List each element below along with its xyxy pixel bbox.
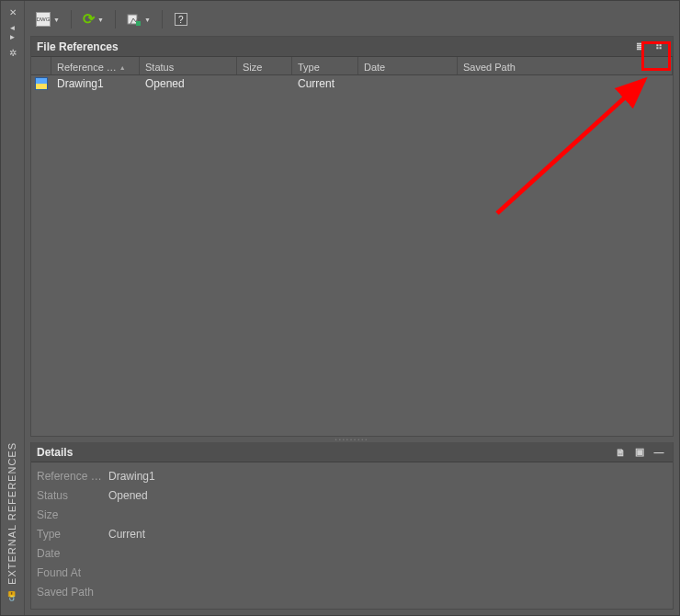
refresh-icon: ⟳ [83,12,95,27]
palette-content: DWG ▼ ⟳ ▼ ▼ ? [25,1,679,615]
dwg-file-icon: DWG [36,12,51,27]
palette-title-text: EXTERNAL REFERENCES [6,442,17,585]
column-date[interactable]: Date [358,57,458,74]
tree-view-button[interactable]: ⠶ [651,40,667,54]
arrow-right-icon: ► [9,34,17,41]
file-references-columns: Reference … ▲ Status Size Type Date Save… [31,57,673,75]
row-icon [31,77,51,90]
detail-row-status: Status Opened [37,485,667,505]
details-preview-button[interactable]: ▣ [631,445,648,460]
detail-label: Reference … [37,470,108,483]
details-header: Details 🗎 ▣ — [31,442,673,462]
chevron-down-icon: ▼ [97,17,104,23]
close-icon[interactable]: ✕ [6,6,19,19]
palette-title: 🔓 EXTERNAL REFERENCES [1,442,23,602]
svg-rect-1 [136,21,141,26]
row-status: Opened [140,77,237,90]
toolbar-separator [115,10,116,29]
toolbar-separator [162,10,163,29]
attach-dwg-button[interactable]: DWG ▼ [34,10,62,29]
detail-row-reference-name: Reference … Drawing1 [37,466,667,485]
dwg-icon [35,77,48,90]
file-references-body[interactable]: Drawing1 Opened Current [31,75,673,436]
palette-rail: ✕ ◄ ► ✲ 🔓 EXTERNAL REFERENCES [1,1,25,615]
detail-row-date: Date [37,543,667,563]
table-row[interactable]: Drawing1 Opened Current [31,75,673,92]
details-panel: Details 🗎 ▣ — Reference … Drawing1 Statu… [30,442,674,610]
change-path-button[interactable]: ▼ [125,10,153,29]
detail-label: Size [37,508,108,521]
list-view-button[interactable]: ≣ [631,40,648,54]
sort-asc-icon: ▲ [119,64,126,71]
help-button[interactable]: ? [172,10,190,29]
details-title: Details [37,446,73,459]
toolbar-separator [71,10,72,29]
column-status[interactable]: Status [140,57,237,74]
details-collapse-button[interactable]: — [651,445,667,460]
toolbar: DWG ▼ ⟳ ▼ ▼ ? [30,6,674,32]
arrow-left-icon: ◄ [9,25,17,32]
file-references-title: File References [37,40,119,53]
column-saved-path[interactable]: Saved Path [458,57,673,74]
palette-window: ✕ ◄ ► ✲ 🔓 EXTERNAL REFERENCES DWG ▼ ⟳ ▼ [0,0,680,616]
properties-icon[interactable]: ✲ [6,47,19,60]
refresh-button[interactable]: ⟳ ▼ [81,10,106,29]
detail-label: Date [37,547,108,560]
row-reference-name: Drawing1 [51,77,140,90]
help-icon: ? [175,13,187,26]
dock-toggle[interactable]: ◄ ► [9,25,17,41]
chevron-down-icon: ▼ [144,17,151,23]
detail-row-found-at: Found At [37,563,667,582]
detail-value: Opened [108,489,148,502]
detail-value: Current [108,528,145,541]
detail-row-size: Size [37,505,667,524]
column-type[interactable]: Type [292,57,358,74]
row-type: Current [292,77,358,90]
detail-value: Drawing1 [108,470,155,483]
unlock-icon: 🔓 [7,590,17,602]
file-references-panel: File References ≣ ⠶ Reference … ▲ Status… [30,36,674,437]
detail-label: Type [37,528,108,541]
column-reference-name-label: Reference … [57,62,117,73]
detail-row-saved-path: Saved Path [37,582,667,601]
details-doc-button[interactable]: 🗎 [612,445,629,460]
path-icon [127,12,142,27]
detail-label: Status [37,489,108,502]
file-references-header: File References ≣ ⠶ [31,37,673,57]
column-size[interactable]: Size [237,57,292,74]
detail-label: Found At [37,566,108,579]
detail-label: Saved Path [37,586,108,599]
chevron-down-icon: ▼ [53,17,60,23]
column-icon[interactable] [31,57,51,74]
details-body: Reference … Drawing1 Status Opened Size … [31,462,673,609]
column-reference-name[interactable]: Reference … ▲ [51,57,140,74]
detail-row-type: Type Current [37,524,667,543]
